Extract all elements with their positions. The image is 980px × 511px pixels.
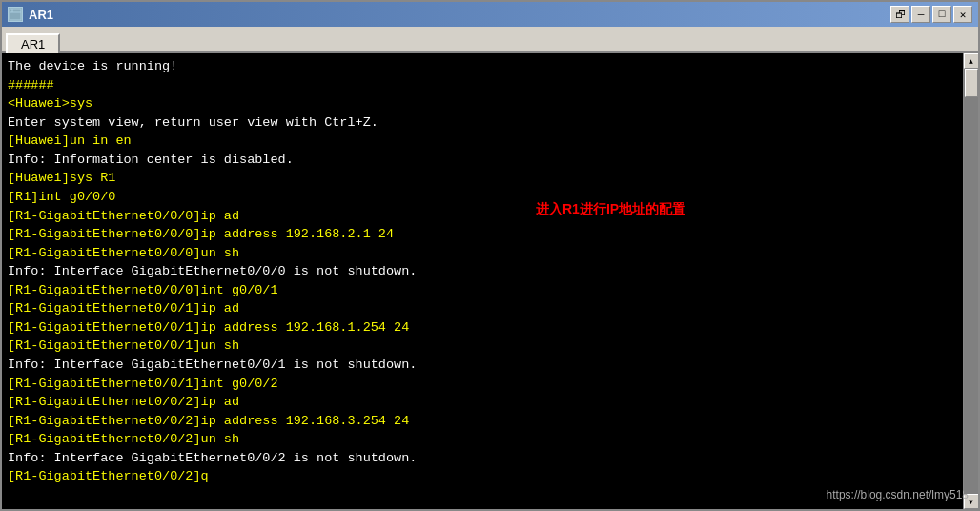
scroll-track[interactable] [964,69,979,494]
scrollbar: ▲ ▼ [963,53,978,509]
terminal-line: [R1-GigabitEthernet0/0/0]ip ad [8,207,957,226]
title-bar: AR1 🗗 — □ ✕ [2,2,978,27]
terminal-line: [R1]int g0/0/0 [8,188,957,207]
maximize-button[interactable]: □ [932,6,951,23]
terminal-line: [R1-GigabitEthernet0/0/0]un sh [8,244,957,263]
minimize-button[interactable]: — [911,6,930,23]
window-title: AR1 [29,8,53,22]
terminal-line: [R1-GigabitEthernet0/0/1]ip ad [8,299,957,318]
terminal-line: Info: Interface GigabitEthernet0/0/2 is … [8,449,957,468]
terminal-line: Info: Information center is disabled. [8,151,957,170]
window-controls: 🗗 — □ ✕ [890,6,972,23]
app-icon [8,7,23,22]
scroll-up-button[interactable]: ▲ [964,53,979,69]
tab-bar: AR1 [2,27,978,53]
terminal-line: [R1-GigabitEthernet0/0/1]int g0/0/2 [8,375,957,394]
terminal-line: Info: Interface GigabitEthernet0/0/1 is … [8,356,957,375]
close-button[interactable]: ✕ [953,6,972,23]
terminal-line: [R1-GigabitEthernet0/0/1]un sh [8,337,957,356]
terminal-output[interactable]: The device is running!######<Huawei>sysE… [2,53,963,509]
title-bar-left: AR1 [8,7,53,22]
terminal-line: <Huawei>sys [8,94,957,113]
terminal-line: [Huawei]un in en [8,132,957,151]
terminal-line: Info: Interface GigabitEthernet0/0/0 is … [8,262,957,281]
svg-rect-0 [10,9,21,20]
terminal-line: Enter system view, return user view with… [8,113,957,133]
terminal-line: [R1-GigabitEthernet0/0/2]q [8,467,957,486]
terminal-line: The device is running! [8,57,957,76]
link-text: https://blog.csdn.net/lmy518 [827,488,969,501]
scroll-thumb[interactable] [965,69,978,97]
terminal-line: [R1-GigabitEthernet0/0/2]ip address 192.… [8,412,957,431]
terminal-line: [Huawei]sys R1 [8,169,957,188]
terminal-line: [R1-GigabitEthernet0/0/2]un sh [8,430,957,449]
window: AR1 🗗 — □ ✕ AR1 The device is running!##… [0,0,980,511]
terminal-container: The device is running!######<Huawei>sysE… [2,53,978,509]
terminal-line: [R1-GigabitEthernet0/0/2]ip ad [8,393,957,412]
restore-button[interactable]: 🗗 [890,6,909,23]
terminal-line: [R1-GigabitEthernet0/0/0]ip address 192.… [8,225,957,244]
tab-ar1[interactable]: AR1 [6,33,60,53]
terminal-line: ###### [8,76,957,95]
terminal-line: [R1-GigabitEthernet0/0/1]ip address 192.… [8,318,957,337]
terminal-line: [R1-GigabitEthernet0/0/0]int g0/0/1 [8,281,957,300]
